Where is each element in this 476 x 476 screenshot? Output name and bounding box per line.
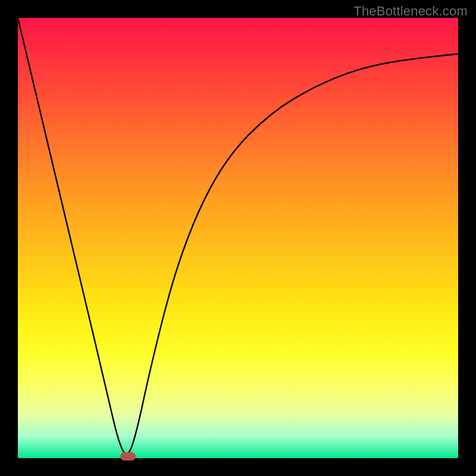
minimum-marker bbox=[120, 452, 136, 461]
bottleneck-curve bbox=[18, 18, 458, 454]
watermark-text: TheBottleneck.com bbox=[353, 4, 468, 19]
chart-frame: TheBottleneck.com bbox=[0, 0, 476, 476]
curve-svg bbox=[18, 18, 458, 458]
plot-area bbox=[18, 18, 458, 458]
